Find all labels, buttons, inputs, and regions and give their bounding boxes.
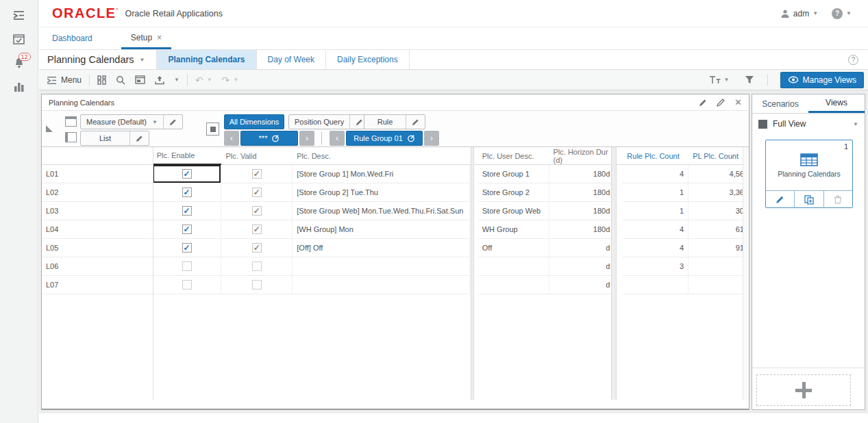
horizon-cell[interactable]: 180d (549, 202, 615, 220)
row-header-cell[interactable]: L03 (42, 202, 153, 220)
user-desc-cell[interactable]: WH Group (478, 220, 549, 239)
collapse-triangle-icon[interactable] (46, 125, 53, 132)
menu-button[interactable]: Menu (42, 70, 86, 90)
tab-scenarios[interactable]: Scenarios (752, 94, 808, 113)
edit-view-button[interactable] (766, 191, 794, 208)
search-icon[interactable] (111, 70, 130, 90)
valid-checkbox-cell: ✓ (221, 202, 293, 220)
column-header[interactable]: Rule Plc. Count (623, 147, 689, 165)
row-header-cell[interactable]: L06 (42, 257, 153, 276)
tab-views[interactable]: Views (808, 94, 865, 113)
user-desc-cell[interactable] (478, 257, 549, 276)
help-outline-icon[interactable]: ? (848, 55, 858, 65)
bar-chart-icon[interactable] (12, 81, 27, 93)
row-header-cell[interactable]: L05 (42, 239, 153, 257)
vertical-scrollbar[interactable] (743, 147, 749, 400)
filter-button[interactable] (740, 75, 759, 84)
user-desc-cell[interactable]: Store Group 1 (478, 165, 549, 183)
rule-slice-prev-button[interactable]: ‹ (330, 131, 345, 146)
edit-list-profile-button[interactable] (129, 131, 149, 145)
row-header-cell[interactable]: L01 (42, 165, 153, 183)
horizon-cell[interactable]: d (549, 239, 615, 257)
help-menu[interactable]: ? ▼ (832, 8, 852, 19)
desc-cell[interactable] (293, 257, 469, 276)
calendar-check-icon[interactable] (12, 33, 27, 45)
close-panel-icon[interactable]: ✕ (734, 97, 742, 107)
user-desc-cell[interactable]: Off (478, 239, 549, 257)
measure-slice-prev-button[interactable]: ‹ (224, 131, 239, 146)
column-header[interactable]: Plc. Horizon Dur (d) (549, 147, 615, 165)
edit-view-icon[interactable] (699, 99, 707, 107)
edit-rule-button[interactable] (406, 115, 425, 129)
enable-checkbox-cell[interactable] (153, 257, 222, 276)
taskflow-icon[interactable] (12, 9, 27, 21)
measure-slice-next-button[interactable]: › (299, 131, 314, 146)
row-header-cell[interactable]: L07 (42, 276, 153, 294)
open-window-icon[interactable] (130, 70, 150, 90)
horizon-cell[interactable]: 180d (549, 165, 615, 183)
redo-button[interactable]: ↷▼ (217, 70, 244, 90)
column-header[interactable]: PL Plc. Count (689, 147, 749, 165)
measure-slice-button[interactable]: *** (240, 131, 298, 146)
desc-cell[interactable]: [Store Group 1] Mon.Wed.Fri (293, 165, 469, 183)
user-desc-cell[interactable]: Store Group Web (478, 202, 549, 220)
desc-cell[interactable] (293, 276, 469, 294)
export-dropdown-caret[interactable]: ▼ (169, 70, 184, 90)
manage-views-button[interactable]: Manage Views (780, 72, 865, 88)
column-header[interactable]: Plc. User Desc. (478, 147, 549, 165)
desc-cell[interactable]: [Off] Off (293, 239, 469, 257)
edit-measure-profile-button[interactable] (163, 115, 182, 129)
duplicate-view-button[interactable] (794, 191, 823, 208)
format-button[interactable]: ▼ (704, 75, 734, 84)
undo-button[interactable]: ↶▼ (190, 70, 217, 90)
measure-profile-button[interactable]: Measure (Default)▼ (80, 114, 183, 129)
position-query-button[interactable]: Position Query (288, 114, 369, 129)
list-profile-button[interactable]: List (80, 131, 149, 146)
enable-checkbox-cell[interactable]: ✓ (153, 220, 222, 239)
enable-checkbox-cell[interactable]: ✓ (153, 202, 222, 220)
notifications-bell-icon[interactable]: 12 (12, 57, 27, 69)
checkbox: ✓ (252, 206, 262, 216)
desc-cell[interactable]: [WH Group] Mon (293, 220, 469, 239)
rule-slice-button[interactable]: Rule Group 01 (346, 131, 423, 146)
horizon-cell[interactable]: d (549, 257, 615, 276)
horizon-cell[interactable]: 180d (549, 183, 615, 202)
enable-checkbox-cell[interactable]: ✓ (153, 183, 222, 202)
tab-setup[interactable]: Setup × (121, 27, 171, 49)
enable-checkbox-cell[interactable] (153, 276, 222, 294)
tab-day-of-week[interactable]: Day of Week (256, 50, 325, 69)
tab-planning-calendars[interactable]: Planning Calendars (156, 50, 256, 69)
add-view-dropzone[interactable] (756, 374, 851, 406)
column-header[interactable]: Plc. Valid (221, 147, 293, 165)
edit-style-icon[interactable] (717, 99, 725, 107)
user-desc-cell[interactable] (478, 276, 549, 294)
module-selector[interactable]: Planning Calendars ▼ (39, 50, 156, 69)
view-selector[interactable]: Full View ▼ (752, 114, 865, 134)
row-header-cell[interactable]: L02 (42, 183, 153, 202)
delete-view-button[interactable] (823, 191, 852, 208)
tab-dashboard[interactable]: Dashboard (42, 27, 102, 49)
horizon-cell[interactable]: d (549, 276, 615, 294)
desc-cell[interactable]: [Store Group Web] Mon.Tue.Wed.Thu.Fri.Sa… (293, 202, 469, 220)
horizon-cell[interactable]: 180d (549, 220, 615, 239)
all-dimensions-button[interactable]: All Dimensions (224, 114, 284, 129)
export-icon[interactable] (150, 70, 169, 90)
user-desc-cell[interactable]: Store Group 2 (478, 183, 549, 202)
layout-blocks-icon[interactable] (92, 70, 111, 90)
view-card-planning-calendars[interactable]: 1 Planning Calendars (765, 140, 853, 208)
user-menu[interactable]: adm ▼ (780, 9, 818, 18)
row-header-cell[interactable]: L04 (42, 220, 153, 239)
desc-cell[interactable]: [Store Group 2] Tue.Thu (293, 183, 469, 202)
tab-daily-exceptions[interactable]: Daily Exceptions (325, 50, 410, 69)
pivot-center-icon[interactable] (206, 123, 219, 136)
enable-checkbox-cell[interactable]: ✓ (153, 239, 222, 257)
rule-button[interactable]: Rule (364, 114, 425, 129)
column-header[interactable]: Plc. Desc. (293, 147, 469, 165)
chevron-down-icon: ▼ (140, 57, 145, 63)
context-tabs: Planning Calendars Day of Week Daily Exc… (156, 50, 409, 69)
enable-checkbox-cell[interactable]: ✓ (153, 165, 222, 183)
column-header[interactable]: Plc. Enable (153, 147, 222, 165)
rule-slice-next-button[interactable]: › (424, 131, 439, 146)
close-tab-icon[interactable]: × (157, 33, 162, 42)
taskflow-icon (47, 76, 58, 84)
